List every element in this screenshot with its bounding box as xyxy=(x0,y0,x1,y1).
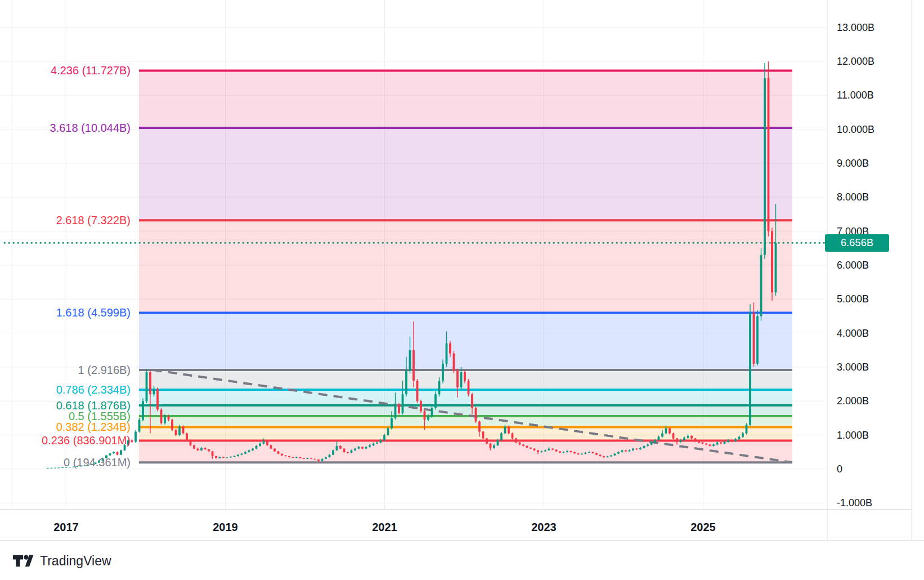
fib-label-0.236: 0.236 (836.901M) xyxy=(42,434,131,447)
fib-label-1: 1 (2.916B) xyxy=(78,364,131,376)
fib-label-2.618: 2.618 (7.322B) xyxy=(56,214,131,226)
current-price-value: 6.656B xyxy=(841,237,873,249)
price-tick-1.000B: 1.000B xyxy=(837,430,869,441)
fib-label-0.786: 0.786 (2.334B) xyxy=(56,383,131,396)
fib-label-4.236: 4.236 (11.727B) xyxy=(51,64,131,77)
fib-band-0.618 xyxy=(139,405,792,416)
price-tick-10.000B: 10.000B xyxy=(837,124,874,135)
price-tick-6.000B: 6.000B xyxy=(837,260,869,271)
fib-label-3.618: 3.618 (10.044B) xyxy=(50,122,131,134)
price-tick-9.000B: 9.000B xyxy=(837,158,869,169)
fib-label-0: 0 (194.361M) xyxy=(64,456,131,469)
time-tick-2021: 2021 xyxy=(372,521,397,533)
fib-band-0.786 xyxy=(139,390,792,405)
price-tick-4.000B: 4.000B xyxy=(837,328,869,339)
time-tick-2025: 2025 xyxy=(690,521,716,533)
time-tick-2023: 2023 xyxy=(531,521,557,533)
fib-band-0.5 xyxy=(139,416,792,427)
fib-level-labels: 4.236 (11.727B)3.618 (10.044B)2.618 (7.3… xyxy=(42,64,131,469)
fib-band-3.618 xyxy=(139,128,792,220)
chart-window: 4.236 (11.727B)3.618 (10.044B)2.618 (7.3… xyxy=(0,0,924,580)
price-axis[interactable]: 13.000B12.000B11.000B10.000B9.000B8.000B… xyxy=(837,22,874,509)
price-tick--1.000B: -1.000B xyxy=(837,497,872,508)
fib-band-0.236 xyxy=(139,440,792,462)
price-tick-3.000B: 3.000B xyxy=(837,362,869,373)
time-axis[interactable]: 20172019202120232025 xyxy=(53,521,716,533)
current-price-badge: 6.656B xyxy=(825,234,889,252)
fib-band-1.618 xyxy=(139,313,792,370)
fib-band-2.618 xyxy=(139,220,792,313)
time-tick-2017: 2017 xyxy=(53,521,79,533)
fib-label-1.618: 1.618 (4.599B) xyxy=(56,306,131,319)
time-tick-2019: 2019 xyxy=(213,521,238,533)
price-tick-12.000B: 12.000B xyxy=(837,56,874,67)
fib-band-4.236 xyxy=(139,70,792,128)
price-tick-0: 0 xyxy=(837,463,842,475)
price-tick-2.000B: 2.000B xyxy=(837,395,869,407)
fib-bands xyxy=(139,70,792,462)
tradingview-logo-icon xyxy=(12,553,34,569)
price-tick-11.000B: 11.000B xyxy=(837,90,874,101)
price-chart-canvas[interactable]: 4.236 (11.727B)3.618 (10.044B)2.618 (7.3… xyxy=(0,0,924,580)
price-tick-13.000B: 13.000B xyxy=(837,22,874,33)
price-tick-8.000B: 8.000B xyxy=(837,191,869,203)
tradingview-watermark[interactable]: TradingView xyxy=(12,553,111,569)
price-tick-5.000B: 5.000B xyxy=(837,293,869,305)
tradingview-logo-text: TradingView xyxy=(40,554,111,569)
fib-label-0.382: 0.382 (1.234B) xyxy=(56,421,131,433)
